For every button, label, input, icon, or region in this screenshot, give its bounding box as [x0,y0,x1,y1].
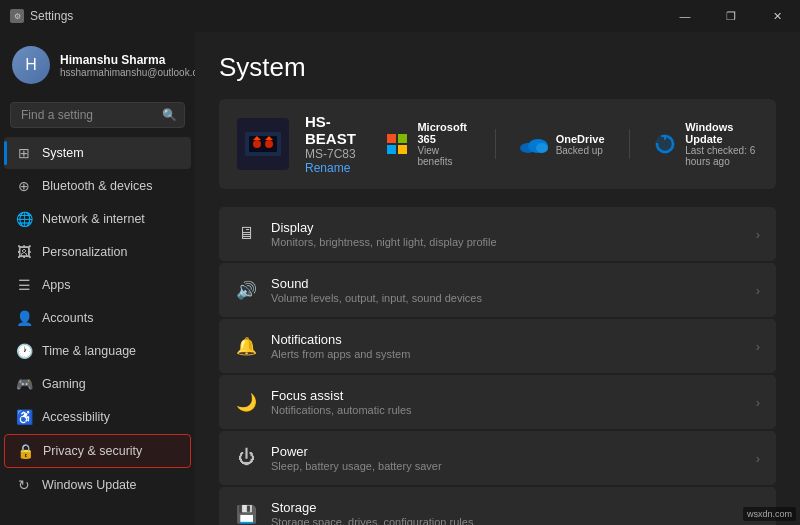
ms365-icon [385,130,409,158]
settings-row-storage[interactable]: 💾 Storage Storage space, drives, configu… [219,487,776,525]
titlebar-left: ⚙ Settings [10,9,73,23]
avatar: H [12,46,50,84]
svg-rect-6 [387,145,396,154]
storage-text: Storage Storage space, drives, configura… [271,500,742,525]
ms365-text: Microsoft 365 View benefits [417,121,471,167]
notifications-text: Notifications Alerts from apps and syste… [271,332,742,360]
search-input[interactable] [10,102,185,128]
settings-row-notifications[interactable]: 🔔 Notifications Alerts from apps and sys… [219,319,776,373]
sound-sub: Volume levels, output, input, sound devi… [271,292,742,304]
notifications-title: Notifications [271,332,742,347]
accounts-label: Accounts [42,311,93,325]
sidebar-item-accounts[interactable]: 👤 Accounts [4,302,191,334]
system-label: System [42,146,84,160]
settings-row-sound[interactable]: 🔊 Sound Volume levels, output, input, so… [219,263,776,317]
settings-row-focus[interactable]: 🌙 Focus assist Notifications, automatic … [219,375,776,429]
power-title: Power [271,444,742,459]
titlebar-title: Settings [30,9,73,23]
svg-rect-7 [398,145,407,154]
system-model: MS-7C83 [305,147,369,161]
focus-icon: 🌙 [235,391,257,413]
system-image [237,118,289,170]
settings-row-display[interactable]: 🖥 Display Monitors, brightness, night li… [219,207,776,261]
sidebar-item-windowsupdate[interactable]: ↻ Windows Update [4,469,191,501]
windowsupdate-label: Windows Update [42,478,137,492]
sidebar-item-network[interactable]: 🌐 Network & internet [4,203,191,235]
storage-title: Storage [271,500,742,515]
bluetooth-label: Bluetooth & devices [42,179,153,193]
system-card: HS-BEAST MS-7C83 Rename Microsoft 365 Vi… [219,99,776,189]
onedrive-text: OneDrive Backed up [556,133,605,156]
bluetooth-icon: ⊕ [16,178,32,194]
system-icon: ⊞ [16,145,32,161]
focus-sub: Notifications, automatic rules [271,404,742,416]
onedrive-link[interactable]: OneDrive Backed up [520,130,605,158]
display-text: Display Monitors, brightness, night ligh… [271,220,742,248]
onedrive-title: OneDrive [556,133,605,145]
user-profile[interactable]: H Himanshu Sharma hssharmahimanshu@outlo… [0,32,195,98]
minimize-button[interactable]: — [662,0,708,32]
power-text: Power Sleep, battery usage, battery save… [271,444,742,472]
windowsupdate-icon: ↻ [16,477,32,493]
app-body: H Himanshu Sharma hssharmahimanshu@outlo… [0,32,800,525]
svg-point-3 [265,140,273,148]
onedrive-sub: Backed up [556,145,605,156]
accounts-icon: 👤 [16,310,32,326]
titlebar-controls[interactable]: — ❐ ✕ [662,0,800,32]
close-button[interactable]: ✕ [754,0,800,32]
sidebar-item-time[interactable]: 🕐 Time & language [4,335,191,367]
notifications-chevron: › [756,339,760,354]
settings-list: 🖥 Display Monitors, brightness, night li… [219,207,776,525]
sidebar-item-bluetooth[interactable]: ⊕ Bluetooth & devices [4,170,191,202]
sidebar-item-gaming[interactable]: 🎮 Gaming [4,368,191,400]
onedrive-icon [520,130,548,158]
maximize-button[interactable]: ❐ [708,0,754,32]
notifications-sub: Alerts from apps and system [271,348,742,360]
time-label: Time & language [42,344,136,358]
display-title: Display [271,220,742,235]
settings-row-power[interactable]: ⏻ Power Sleep, battery usage, battery sa… [219,431,776,485]
quick-links: Microsoft 365 View benefits OneDrive Bac… [385,121,758,167]
privacy-icon: 🔒 [17,443,33,459]
rename-link[interactable]: Rename [305,161,369,175]
focus-chevron: › [756,395,760,410]
winupdate-icon [653,130,677,158]
accessibility-icon: ♿ [16,409,32,425]
page-title: System [219,52,776,83]
sound-title: Sound [271,276,742,291]
svg-rect-5 [398,134,407,143]
personalization-icon: 🖼 [16,244,32,260]
sound-text: Sound Volume levels, output, input, soun… [271,276,742,304]
sidebar-item-privacy[interactable]: 🔒 Privacy & security [4,434,191,468]
sidebar-item-system[interactable]: ⊞ System [4,137,191,169]
search-box[interactable]: 🔍 [10,102,185,128]
network-label: Network & internet [42,212,145,226]
power-chevron: › [756,451,760,466]
personalization-label: Personalization [42,245,127,259]
sidebar-item-apps[interactable]: ☰ Apps [4,269,191,301]
user-info: Himanshu Sharma hssharmahimanshu@outlook… [60,53,195,78]
winupdate-sub: Last checked: 6 hours ago [685,145,758,167]
power-sub: Sleep, battery usage, battery saver [271,460,742,472]
notifications-icon: 🔔 [235,335,257,357]
ms365-sub: View benefits [417,145,471,167]
search-icon: 🔍 [162,108,177,122]
user-name: Himanshu Sharma [60,53,195,67]
sound-icon: 🔊 [235,279,257,301]
time-icon: 🕐 [16,343,32,359]
apps-label: Apps [42,278,71,292]
focus-text: Focus assist Notifications, automatic ru… [271,388,742,416]
display-sub: Monitors, brightness, night light, displ… [271,236,742,248]
storage-icon: 💾 [235,503,257,525]
network-icon: 🌐 [16,211,32,227]
sidebar-item-accessibility[interactable]: ♿ Accessibility [4,401,191,433]
ms365-link[interactable]: Microsoft 365 View benefits [385,121,471,167]
privacy-label: Privacy & security [43,444,142,458]
winupdate-title: Windows Update [685,121,758,145]
sidebar-item-personalization[interactable]: 🖼 Personalization [4,236,191,268]
focus-title: Focus assist [271,388,742,403]
svg-point-10 [536,143,548,153]
winupdate-link[interactable]: Windows Update Last checked: 6 hours ago [653,121,758,167]
power-icon: ⏻ [235,447,257,469]
display-icon: 🖥 [235,223,257,245]
